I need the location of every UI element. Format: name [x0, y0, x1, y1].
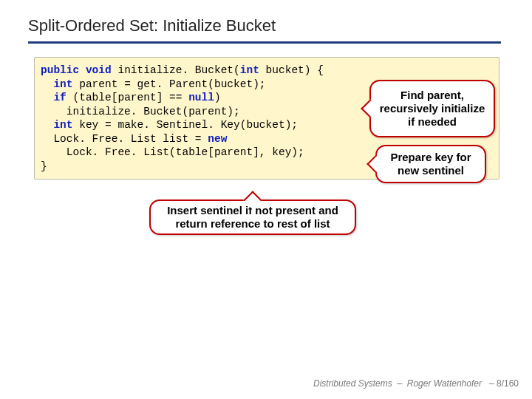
- title-rule: [28, 41, 501, 44]
- code-text: [41, 92, 53, 103]
- code-text: Lock. Free. List(table[parent], key);: [41, 146, 304, 158]
- code-text: }: [41, 160, 47, 172]
- footer-page: – 8/160: [489, 378, 519, 389]
- code-text: ): [214, 92, 221, 103]
- kw-if: if: [53, 92, 66, 103]
- footer: Distributed Systems – Roger Wattenhofer …: [313, 378, 519, 389]
- code-text: [41, 119, 53, 131]
- code-text: initialize. Bucket(: [112, 64, 240, 76]
- code-text: key = make. Sentinel. Key(bucket);: [73, 119, 299, 131]
- kw-void: void: [86, 64, 112, 76]
- page-title: Split-Ordered Set: Initialize Bucket: [28, 16, 510, 35]
- kw-int: int: [53, 119, 72, 131]
- kw-public: public: [41, 64, 79, 76]
- kw-int: int: [240, 64, 259, 76]
- slide: Split-Ordered Set: Initialize Bucket pub…: [0, 0, 532, 399]
- code-text: parent = get. Parent(bucket);: [73, 78, 266, 90]
- footer-sep: –: [397, 378, 402, 389]
- callout-text: Prepare key for new sentinel: [383, 151, 479, 177]
- callout-prepare-key: Prepare key for new sentinel: [375, 145, 486, 183]
- kw-new: new: [208, 133, 227, 145]
- kw-null: null: [188, 92, 214, 103]
- code-text: [41, 78, 53, 90]
- callout-find-parent: Find parent, recursively initialize if n…: [369, 80, 495, 137]
- callout-insert-sentinel: Insert sentinel if not present and retur…: [149, 200, 356, 235]
- code-text: initialize. Bucket(parent);: [41, 106, 240, 117]
- code-text: (table[parent] ==: [66, 92, 188, 103]
- code-text: Lock. Free. List list =: [41, 133, 208, 145]
- callout-text: Find parent, recursively initialize if n…: [377, 89, 488, 129]
- footer-course: Distributed Systems: [313, 378, 392, 389]
- code-text: bucket) {: [259, 64, 324, 76]
- kw-int: int: [53, 78, 72, 90]
- footer-author: Roger Wattenhofer: [407, 378, 482, 389]
